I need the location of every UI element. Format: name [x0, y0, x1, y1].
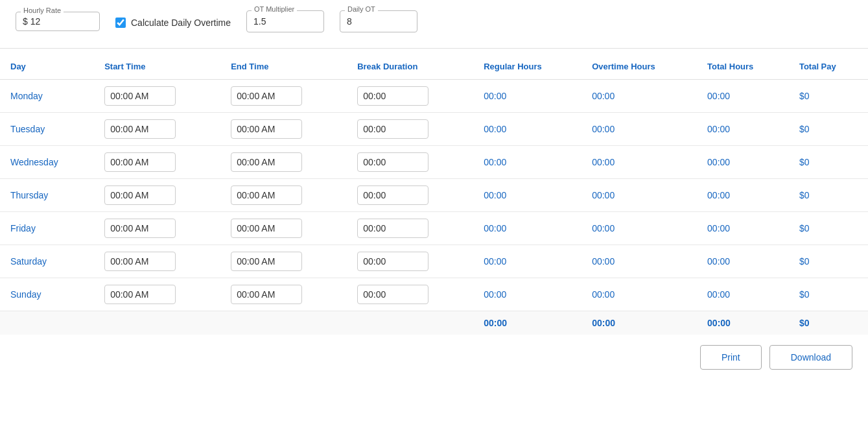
col-regular-hours: Regular Hours [473, 54, 581, 80]
table-row: Sunday 00:00 00:00 00:00 $0 [0, 278, 868, 311]
total-pay-value: $0 [799, 190, 810, 200]
end-time-input[interactable] [231, 252, 302, 271]
break-duration-input[interactable] [357, 185, 428, 205]
dollar-sign: $ [23, 16, 28, 27]
start-time-input[interactable] [104, 185, 176, 205]
ot-multiplier-input[interactable] [246, 10, 324, 32]
total-pay-value: $0 [799, 124, 810, 134]
totals-label [0, 311, 473, 335]
download-button[interactable]: Download [769, 345, 852, 370]
table-row: Wednesday 00:00 00:00 00:00 $0 [0, 146, 868, 179]
end-time-input[interactable] [231, 152, 302, 172]
start-time-input[interactable] [104, 119, 176, 139]
ot-multiplier-label: OT Multiplier [252, 5, 297, 13]
overtime-hours-value: 00:00 [592, 91, 615, 101]
table-row: Saturday 00:00 00:00 00:00 $0 [0, 245, 868, 278]
table-row: Tuesday 00:00 00:00 00:00 $0 [0, 113, 868, 146]
calculate-daily-ot-label[interactable]: Calculate Daily Overtime [131, 18, 231, 28]
total-regular-hours: 00:00 [484, 318, 507, 328]
overtime-hours-value: 00:00 [592, 190, 615, 200]
hourly-rate-input[interactable] [30, 16, 82, 27]
overtime-hours-value: 00:00 [592, 256, 615, 267]
start-time-input[interactable] [104, 252, 176, 271]
total-pay-value: $0 [799, 223, 810, 233]
table-row: Thursday 00:00 00:00 00:00 $0 [0, 179, 868, 212]
daily-ot-input[interactable] [340, 10, 417, 32]
table-row: Monday 00:00 00:00 00:00 $0 [0, 80, 868, 113]
calculate-daily-ot-group: Calculate Daily Overtime [115, 18, 231, 28]
day-label: Friday [10, 223, 36, 233]
day-label: Tuesday [10, 124, 45, 134]
day-label: Saturday [10, 256, 47, 267]
totals-row: 00:00 00:00 00:00 $0 [0, 311, 868, 335]
col-total-pay: Total Pay [789, 54, 868, 80]
start-time-input[interactable] [104, 219, 176, 238]
regular-hours-value: 00:00 [484, 91, 506, 101]
total-pay-value: $0 [799, 91, 810, 101]
col-overtime-hours: Overtime Hours [581, 54, 697, 80]
break-duration-input[interactable] [357, 219, 428, 238]
end-time-input[interactable] [231, 185, 302, 205]
day-label: Monday [10, 91, 43, 101]
total-pay-value: $0 [799, 256, 810, 267]
day-label: Sunday [10, 289, 41, 300]
total-total-pay: $0 [799, 318, 810, 328]
timesheet-table: Day Start Time End Time Break Duration R… [0, 54, 868, 335]
start-time-input[interactable] [104, 86, 176, 106]
footer-buttons: Print Download [0, 335, 868, 380]
total-pay-value: $0 [799, 157, 810, 167]
total-hours-value: 00:00 [707, 289, 730, 300]
total-hours-value: 00:00 [707, 124, 730, 134]
total-hours-value: 00:00 [707, 157, 730, 167]
col-start-time: Start Time [94, 54, 220, 80]
total-overtime-hours: 00:00 [592, 318, 615, 328]
col-total-hours: Total Hours [697, 54, 789, 80]
col-end-time: End Time [220, 54, 347, 80]
total-hours-value: 00:00 [707, 91, 730, 101]
regular-hours-value: 00:00 [484, 190, 506, 200]
regular-hours-value: 00:00 [484, 157, 506, 167]
end-time-input[interactable] [231, 119, 302, 139]
ot-multiplier-group: OT Multiplier [246, 10, 324, 32]
col-day: Day [0, 54, 94, 80]
total-hours-value: 00:00 [707, 190, 730, 200]
daily-ot-group: Daily OT [340, 10, 417, 32]
total-pay-value: $0 [799, 289, 810, 300]
overtime-hours-value: 00:00 [592, 223, 615, 233]
timesheet-table-container: Day Start Time End Time Break Duration R… [0, 48, 868, 335]
end-time-input[interactable] [231, 219, 302, 238]
total-hours-value: 00:00 [707, 256, 730, 267]
calculate-daily-ot-checkbox[interactable] [115, 18, 126, 28]
table-header-row: Day Start Time End Time Break Duration R… [0, 54, 868, 80]
daily-ot-label: Daily OT [345, 5, 378, 13]
end-time-input[interactable] [231, 285, 302, 304]
print-button[interactable]: Print [700, 345, 762, 370]
regular-hours-value: 00:00 [484, 289, 506, 300]
start-time-input[interactable] [104, 285, 176, 304]
break-duration-input[interactable] [357, 119, 428, 139]
regular-hours-value: 00:00 [484, 256, 506, 267]
break-duration-input[interactable] [357, 252, 428, 271]
col-break-duration: Break Duration [347, 54, 473, 80]
break-duration-input[interactable] [357, 86, 428, 106]
table-row: Friday 00:00 00:00 00:00 $0 [0, 212, 868, 245]
day-label: Thursday [10, 190, 48, 200]
end-time-input[interactable] [231, 86, 302, 106]
regular-hours-value: 00:00 [484, 124, 506, 134]
overtime-hours-value: 00:00 [592, 124, 615, 134]
hourly-rate-group: Hourly Rate $ [16, 12, 100, 31]
regular-hours-value: 00:00 [484, 223, 506, 233]
total-total-hours: 00:00 [707, 318, 731, 328]
top-controls: Hourly Rate $ Calculate Daily Overtime O… [0, 0, 868, 38]
start-time-input[interactable] [104, 152, 176, 172]
overtime-hours-value: 00:00 [592, 157, 615, 167]
day-label: Wednesday [10, 157, 58, 167]
total-hours-value: 00:00 [707, 223, 730, 233]
overtime-hours-value: 00:00 [592, 289, 615, 300]
hourly-rate-label: Hourly Rate [21, 6, 64, 14]
break-duration-input[interactable] [357, 285, 428, 304]
break-duration-input[interactable] [357, 152, 428, 172]
